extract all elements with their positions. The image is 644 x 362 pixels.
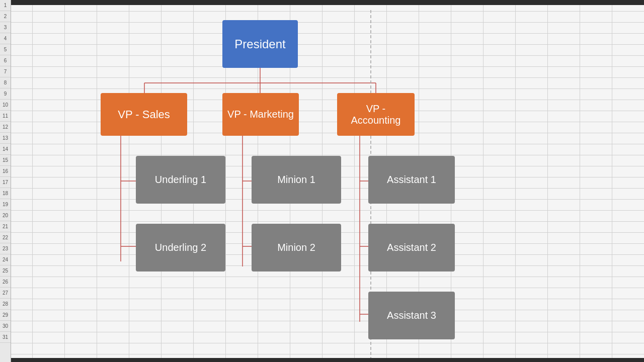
row-num-13: 13 [0, 133, 11, 144]
row-num-9: 9 [0, 88, 11, 100]
row-num-23: 23 [0, 243, 11, 254]
minion1-box[interactable]: Minion 1 [252, 156, 341, 204]
row-num-4: 4 [0, 33, 11, 44]
assistant1-label: Assistant 1 [387, 174, 436, 186]
vp-sales-label: VP - Sales [118, 108, 170, 121]
row-num-29: 29 [0, 310, 11, 321]
row-num-19: 19 [0, 199, 11, 210]
assistant2-label: Assistant 2 [387, 242, 436, 253]
president-box[interactable]: President [222, 20, 298, 68]
row-num-3: 3 [0, 22, 11, 33]
row-num-8: 8 [0, 77, 11, 88]
underling1-box[interactable]: Underling 1 [136, 156, 225, 204]
underling2-box[interactable]: Underling 2 [136, 224, 225, 272]
vp-accounting-box[interactable]: VP - Accounting [337, 93, 415, 136]
row-num-14: 14 [0, 144, 11, 155]
row-num-27: 27 [0, 288, 11, 299]
row-num-25: 25 [0, 265, 11, 277]
row-numbers: 1 2 3 4 5 6 7 8 9 10 11 12 13 14 15 16 1… [0, 0, 11, 362]
row-num-18: 18 [0, 188, 11, 199]
president-label: President [234, 37, 285, 51]
row-num-30: 30 [0, 321, 11, 332]
vp-marketing-label: VP - Marketing [227, 109, 294, 120]
row-num-11: 11 [0, 111, 11, 122]
assistant2-box[interactable]: Assistant 2 [368, 224, 455, 272]
row-num-16: 16 [0, 166, 11, 177]
row-num-24: 24 [0, 254, 11, 265]
row-num-17: 17 [0, 177, 11, 188]
row-num-26: 26 [0, 277, 11, 288]
underling2-label: Underling 2 [155, 242, 206, 253]
minion1-label: Minion 1 [277, 174, 315, 186]
row-num-10: 10 [0, 100, 11, 111]
row-num-1: 1 [0, 0, 11, 11]
vp-sales-box[interactable]: VP - Sales [101, 93, 187, 136]
bottom-bar [0, 358, 644, 362]
row-num-31: 31 [0, 332, 11, 343]
row-num-7: 7 [0, 66, 11, 77]
underling1-label: Underling 1 [155, 174, 206, 186]
row-num-2: 2 [0, 11, 11, 22]
row-num-12: 12 [0, 122, 11, 133]
row-num-28: 28 [0, 299, 11, 310]
assistant3-label: Assistant 3 [387, 310, 436, 321]
minion2-box[interactable]: Minion 2 [252, 224, 341, 272]
minion2-label: Minion 2 [277, 242, 315, 253]
vp-accounting-label: VP - Accounting [341, 103, 411, 126]
orgchart-container: President VP - Sales VP - Marketing VP -… [11, 5, 644, 358]
row-num-6: 6 [0, 55, 11, 66]
vp-marketing-box[interactable]: VP - Marketing [222, 93, 299, 136]
row-num-15: 15 [0, 155, 11, 166]
row-num-22: 22 [0, 232, 11, 243]
top-bar [0, 0, 644, 5]
row-num-5: 5 [0, 44, 11, 55]
assistant1-box[interactable]: Assistant 1 [368, 156, 455, 204]
row-num-20: 20 [0, 210, 11, 221]
assistant3-box[interactable]: Assistant 3 [368, 292, 455, 339]
row-num-21: 21 [0, 221, 11, 232]
